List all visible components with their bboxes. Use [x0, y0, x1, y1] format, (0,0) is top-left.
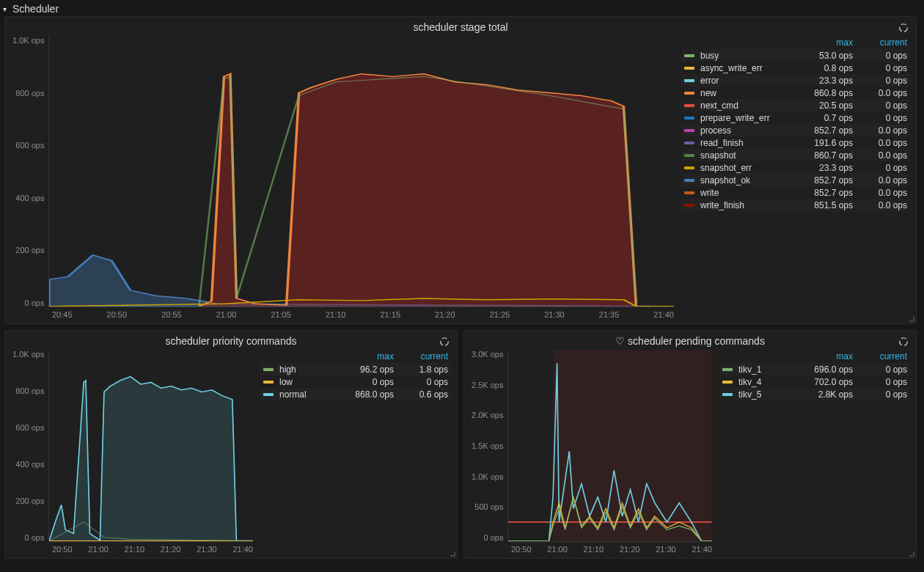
axis-tick: 21:20: [161, 545, 181, 554]
panel-title-text: scheduler pending commands: [628, 335, 765, 347]
y-axis: 3.0K ops2.5K ops2.0K ops1.5K ops1.0K ops…: [470, 350, 507, 542]
legend-swatch: [684, 204, 694, 207]
axis-tick: 21:40: [692, 545, 712, 554]
legend-row[interactable]: normal868.0 ops0.6 ops: [260, 388, 451, 400]
legend-row[interactable]: read_finish191.6 ops0.0 ops: [681, 136, 910, 149]
x-axis: 20:5021:0021:1021:2021:3021:40: [470, 542, 712, 555]
legend-header: max current: [260, 350, 451, 363]
panels-container: scheduler stage total 1.0K ops800 ops600…: [0, 16, 924, 563]
panel-title: ♡scheduler pending commands: [464, 331, 916, 350]
legend-max-value: 851.5 ops: [799, 200, 853, 210]
legend: max current tikv_1696.0 ops0 opstikv_470…: [719, 350, 910, 555]
legend-current-value: 0 ops: [853, 377, 907, 387]
legend-series-name: new: [700, 88, 799, 98]
legend-swatch: [722, 381, 733, 384]
axis-tick: 21:10: [326, 310, 346, 319]
axis-tick: 21:35: [599, 310, 620, 319]
legend-max-value: 0.7 ops: [799, 113, 853, 123]
legend-series-name: error: [700, 76, 799, 86]
axis-tick: 3.0K ops: [472, 350, 503, 359]
axis-tick: 200 ops: [15, 496, 44, 505]
legend-current-value: 0 ops: [853, 51, 907, 61]
legend-row[interactable]: new860.8 ops0.0 ops: [681, 87, 910, 99]
axis-tick: 200 ops: [15, 246, 44, 254]
legend-row[interactable]: next_cmd20.5 ops0 ops: [681, 99, 910, 111]
axis-tick: 400 ops: [15, 460, 44, 469]
plot-canvas[interactable]: [507, 350, 712, 542]
legend-series-name: tikv_1: [738, 364, 799, 375]
legend-row[interactable]: low0 ops0 ops: [260, 375, 451, 388]
axis-tick: 20:50: [511, 545, 532, 554]
legend-row[interactable]: busy53.0 ops0 ops: [681, 49, 910, 62]
axis-tick: 0 ops: [25, 298, 45, 307]
legend-row[interactable]: async_write_err0.8 ops0 ops: [681, 62, 910, 74]
legend-swatch: [263, 393, 274, 396]
legend-row[interactable]: tikv_1696.0 ops0 ops: [719, 363, 910, 375]
legend-current-value: 0.0 ops: [853, 175, 907, 186]
legend-current-value: 0 ops: [853, 100, 907, 111]
legend-series-name: high: [279, 364, 340, 375]
legend: max current high96.2 ops1.8 opslow0 ops0…: [260, 350, 451, 555]
legend-row[interactable]: snapshot860.7 ops0.0 ops: [681, 149, 910, 161]
resize-handle-icon[interactable]: [909, 551, 914, 557]
axis-tick: 21:20: [620, 545, 640, 554]
legend-row[interactable]: snapshot_ok852.7 ops0.0 ops: [681, 174, 910, 186]
legend-max-value: 23.3 ops: [799, 163, 853, 173]
panel-stage-total[interactable]: scheduler stage total 1.0K ops800 ops600…: [4, 16, 917, 324]
legend-current-value: 0 ops: [853, 76, 907, 86]
legend-series-name: tikv_4: [738, 377, 799, 387]
axis-tick: 1.0K ops: [12, 36, 44, 45]
panel-priority-commands[interactable]: scheduler priority commands 1.0K ops800 …: [4, 330, 458, 559]
axis-tick: 21:10: [125, 545, 145, 554]
axis-tick: 21:25: [490, 310, 510, 319]
chart-area: 1.0K ops800 ops600 ops400 ops200 ops0 op…: [11, 36, 674, 320]
legend-current-value: 0 ops: [853, 63, 907, 73]
legend-col-max[interactable]: max: [799, 351, 853, 362]
legend-row[interactable]: tikv_4702.0 ops0 ops: [719, 375, 910, 388]
resize-handle-icon[interactable]: [909, 316, 914, 322]
axis-tick: 500 ops: [474, 502, 503, 511]
svg-rect-3: [553, 350, 712, 541]
legend-row[interactable]: prepare_write_err0.7 ops0 ops: [681, 111, 910, 124]
legend-row[interactable]: write852.7 ops0.0 ops: [681, 186, 910, 199]
plot-canvas[interactable]: [48, 350, 253, 542]
resize-handle-icon[interactable]: [450, 551, 455, 557]
panel-pending-commands[interactable]: ♡scheduler pending commands 3.0K ops2.5K…: [463, 330, 917, 559]
axis-tick: 20:55: [161, 310, 182, 319]
axis-tick: 800 ops: [15, 89, 44, 98]
legend-max-value: 0 ops: [340, 377, 394, 387]
plot-canvas[interactable]: [48, 36, 674, 307]
section-title: Scheduler: [12, 3, 59, 15]
legend-swatch: [684, 92, 694, 95]
legend-current-value: 0.0 ops: [853, 125, 907, 136]
legend-row[interactable]: high96.2 ops1.8 ops: [260, 363, 451, 375]
legend-max-value: 852.7 ops: [799, 175, 853, 186]
legend-col-current[interactable]: current: [853, 351, 907, 362]
legend-series-name: busy: [700, 51, 799, 61]
legend-max-value: 852.7 ops: [799, 188, 853, 198]
legend-swatch: [684, 129, 694, 132]
legend-max-value: 868.0 ops: [340, 389, 394, 400]
axis-tick: 21:40: [653, 310, 674, 319]
legend-max-value: 702.0 ops: [799, 377, 853, 387]
legend-swatch: [722, 368, 733, 371]
legend-series-name: tikv_5: [738, 389, 799, 400]
legend-row[interactable]: snapshot_err23.3 ops0 ops: [681, 161, 910, 174]
legend-row[interactable]: tikv_52.8K ops0 ops: [719, 388, 910, 400]
legend-swatch: [684, 67, 694, 70]
axis-tick: 20:45: [52, 310, 73, 319]
legend-row[interactable]: write_finish851.5 ops0.0 ops: [681, 199, 910, 211]
legend-series-name: prepare_write_err: [700, 113, 799, 123]
axis-tick: 21:30: [197, 545, 217, 554]
legend-col-current[interactable]: current: [853, 37, 907, 48]
legend-row[interactable]: process852.7 ops0.0 ops: [681, 124, 910, 136]
legend-row[interactable]: error23.3 ops0 ops: [681, 74, 910, 87]
legend-col-max[interactable]: max: [799, 37, 853, 48]
axis-tick: 21:10: [584, 545, 604, 554]
legend-col-current[interactable]: current: [394, 351, 448, 362]
legend-series-name: low: [279, 377, 340, 387]
section-header[interactable]: ▾ Scheduler: [0, 0, 924, 16]
legend-col-max[interactable]: max: [340, 351, 394, 362]
legend-max-value: 860.7 ops: [799, 150, 853, 161]
legend-swatch: [684, 166, 694, 169]
